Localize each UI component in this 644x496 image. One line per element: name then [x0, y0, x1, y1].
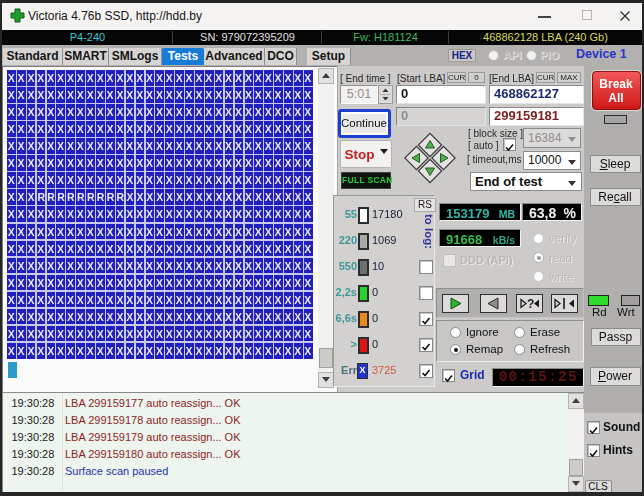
svg-text:?: ? — [527, 297, 534, 311]
